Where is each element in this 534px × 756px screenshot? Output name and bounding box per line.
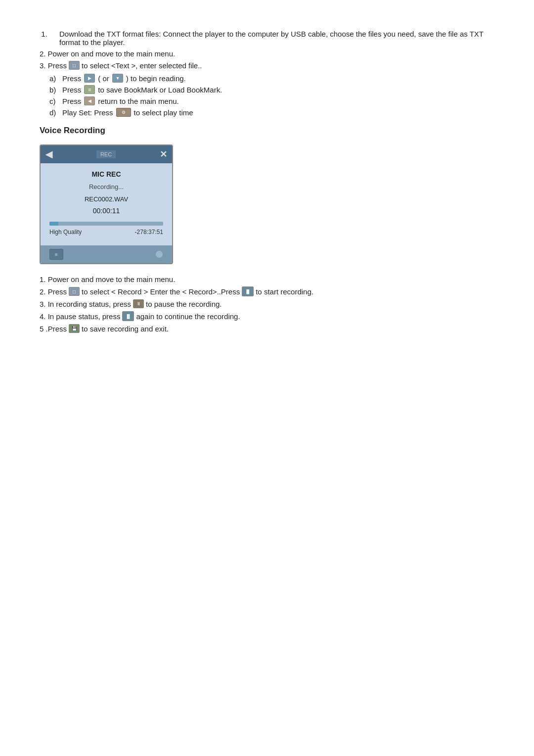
vr-rec-icon xyxy=(242,286,254,296)
vr-step-3-after: to pause the recording. xyxy=(146,300,222,308)
select-icon xyxy=(69,61,80,70)
vr-step-4: 4. In pause status, press again to conti… xyxy=(40,311,494,321)
voice-recording-steps: 1. Power on and move to the main menu. 2… xyxy=(40,275,494,333)
vr-step-3-num: 3. In recording status, press xyxy=(40,300,131,308)
step-2-number: 2. xyxy=(40,49,46,58)
vr-step-1-num: 1. xyxy=(40,275,48,284)
device-close-btn: ✕ xyxy=(160,149,167,160)
sub-item-d: d) Play Set: Press ⚙ to select play time xyxy=(49,108,494,117)
menu-icon xyxy=(84,85,95,94)
vr-save-icon xyxy=(69,324,80,333)
vr-step-1: 1. Power on and move to the main menu. xyxy=(40,275,494,284)
vr-select-icon xyxy=(69,287,80,296)
device-mic-rec-label: MIC REC xyxy=(49,170,163,178)
vr-step-2-after: to start recording. xyxy=(256,287,313,296)
step-2: 2. Power on and move to the main menu. xyxy=(40,49,494,58)
device-footer-dot xyxy=(155,250,163,258)
device-filename: REC0002.WAV xyxy=(49,195,163,203)
step-2-text: Power on and move to the main menu. xyxy=(48,49,176,58)
device-body: MIC REC Recording... REC0002.WAV 00:00:1… xyxy=(41,163,172,245)
vr-step-2: 2. Press to select < Record > Enter the … xyxy=(40,286,494,296)
device-footer: ≡ xyxy=(41,245,172,263)
step-1: Download the TXT format files: Connect t… xyxy=(49,30,494,47)
step-3-text: to select <Text >, enter selected file.. xyxy=(82,61,202,70)
device-header: ◀ REC ✕ xyxy=(41,145,172,163)
device-recording-status: Recording... xyxy=(49,183,163,190)
step-1-text: Download the TXT format files: Connect t… xyxy=(59,30,484,47)
device-footer-left-btn: ≡ xyxy=(49,249,63,260)
device-progress-bg xyxy=(49,222,163,226)
vr-step-5: 5 .Press to save recording and exit. xyxy=(40,324,494,333)
vr-step-4-after: again to continue the recording. xyxy=(136,312,240,321)
device-quality-row: High Quality -278:37:51 xyxy=(49,229,163,236)
step-3: 3. Press to select <Text >, enter select… xyxy=(40,61,494,70)
device-quality: High Quality xyxy=(49,229,82,236)
vr-rec-icon-2 xyxy=(122,311,134,321)
vr-step-2-mid: to select < Record > Enter the < Record>… xyxy=(82,287,240,296)
voice-recording-title: Voice Recording xyxy=(40,126,494,136)
playset-icon: ⚙ xyxy=(116,108,131,117)
step-3-number: 3. Press xyxy=(40,61,67,70)
vr-step-5-after: to save recording and exit. xyxy=(82,325,169,333)
device-back-btn: ◀ xyxy=(45,149,52,160)
sub-item-a: a) Press ( or ) to begin reading. xyxy=(49,74,494,83)
sub-list: a) Press ( or ) to begin reading. b) Pre… xyxy=(49,74,494,117)
device-progress-fill xyxy=(49,222,58,226)
play-icon xyxy=(84,74,95,83)
device-time: 00:00:11 xyxy=(49,207,163,215)
device-progress-area xyxy=(49,222,163,226)
vr-step-3: 3. In recording status, press to pause t… xyxy=(40,299,494,308)
vr-step-2-num: 2. Press xyxy=(40,287,67,296)
text-reading-section: Download the TXT format files: Connect t… xyxy=(40,30,494,117)
device-title: REC xyxy=(96,150,116,158)
next-icon xyxy=(112,74,123,83)
voice-recording-section: Voice Recording ◀ REC ✕ MIC REC Recordin… xyxy=(40,126,494,333)
vr-step-4-num: 4. In pause status, press xyxy=(40,312,120,321)
sub-item-c: c) Press return to the main menu. xyxy=(49,96,494,105)
device-screen: ◀ REC ✕ MIC REC Recording... REC0002.WAV… xyxy=(40,144,173,264)
sub-item-b: b) Press to save BookMark or Load BookMa… xyxy=(49,85,494,94)
vr-pause-icon xyxy=(133,299,144,308)
vr-step-5-num: 5 .Press xyxy=(40,325,67,333)
device-remaining: -278:37:51 xyxy=(135,229,163,236)
back-icon xyxy=(84,96,95,105)
vr-step-1-text: Power on and move to the main menu. xyxy=(48,275,176,284)
